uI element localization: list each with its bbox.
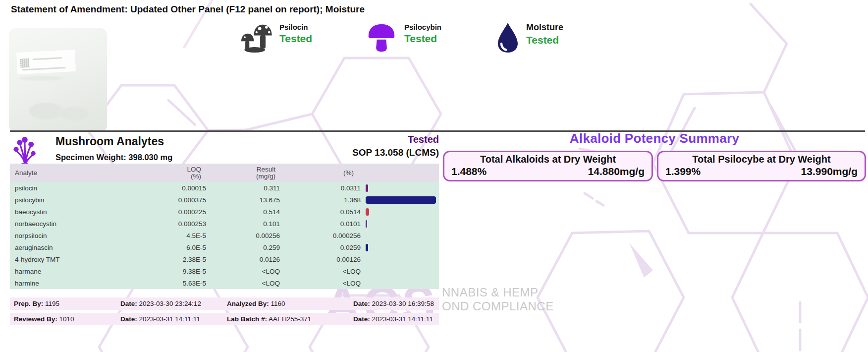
mushroom-cluster-icon xyxy=(12,135,37,166)
badge-moisture: Moisture Tested xyxy=(495,22,563,54)
badge-status: Tested xyxy=(526,35,563,46)
table-row: baeocystin 0.000225 0.514 0.0514 xyxy=(10,206,439,218)
total-alkaloids-box: Total Alkaloids at Dry Weight 1.488% 14.… xyxy=(443,151,653,181)
prep-date: Date: 2023-03-30 23:24:12 xyxy=(116,300,223,307)
watermark-text-line2: OND COMPLIANCE xyxy=(442,299,554,313)
review-date2: Date: 2023-03-31 14:11:11 xyxy=(349,315,439,323)
lab-report-page: ACS NNABIS & HEMP OND COMPLIANCE Stateme… xyxy=(0,0,868,352)
specimen-weight: Specimen Weight: 398.030 mg xyxy=(55,153,172,162)
badge-label: Psilocin xyxy=(279,23,312,31)
badge-label: Moisture xyxy=(526,22,563,33)
footer-row-review: Reviewed By: 1010 Date: 2023-03-31 14:11… xyxy=(10,313,439,325)
badge-psilocybin: Psilocybin Tested xyxy=(365,23,441,53)
total-alkaloids-percent: 1.488% xyxy=(451,166,487,177)
water-droplet-icon xyxy=(495,22,520,54)
mushroom-purple-icon xyxy=(365,23,398,53)
result-bar xyxy=(366,196,436,204)
total-psilocybe-box: Total Psilocybe at Dry Weight 1.399% 13.… xyxy=(657,151,866,181)
badge-psilocin: Psilocin Tested xyxy=(238,23,312,53)
summary-title: Alkaloid Potency Summary xyxy=(443,131,866,146)
total-psilocybe-mgg: 13.990mg/g xyxy=(801,166,858,177)
analyzed-date: Date: 2023-03-30 16:39:58 xyxy=(349,300,439,307)
table-row: harmane 9.38E-5 <LOQ <LOQ xyxy=(10,265,439,277)
reviewed-date: Date: 2023-03-31 14:11:11 xyxy=(116,315,223,323)
analyzed-by: Analyzed By: 1160 xyxy=(223,300,349,307)
table-row: norbaeocystin 0.000253 0.101 0.0101 xyxy=(10,218,439,230)
page-title: Statement of Amendment: Updated Other Pa… xyxy=(11,4,365,15)
section-status: Tested xyxy=(277,134,439,145)
summary-box-heading: Total Alkaloids at Dry Weight xyxy=(444,154,651,165)
table-row: aeruginascin 6.0E-5 0.259 0.0259 xyxy=(10,241,439,253)
col-header-loq: LOQ(%) xyxy=(125,166,208,180)
analyte-table: Analyte LOQ(%) Result(mg/g) (%) psilocin… xyxy=(10,164,439,289)
col-header-analyte: Analyte xyxy=(10,169,125,176)
reviewed-by: Reviewed By: 1010 xyxy=(10,315,116,323)
analyte-table-header: Analyte LOQ(%) Result(mg/g) (%) xyxy=(10,164,439,182)
table-row: psilocin 0.00015 0.311 0.0311 xyxy=(10,182,439,194)
footer-row-prep: Prep. By: 1195 Date: 2023-03-30 23:24:12… xyxy=(10,297,439,310)
section-sop: SOP 13.058 (LCMS) xyxy=(277,147,439,158)
sample-photo-label xyxy=(16,50,76,74)
total-alkaloids-mgg: 14.880mg/g xyxy=(588,166,645,177)
badge-status: Tested xyxy=(404,33,441,44)
qr-code-icon xyxy=(20,59,30,68)
badge-status: Tested xyxy=(279,33,312,44)
mushroom-dark-icon xyxy=(238,23,273,53)
col-header-percent: (%) xyxy=(281,170,362,176)
result-bar xyxy=(366,220,367,228)
table-row: psilocybin 0.000375 13.675 1.368 xyxy=(10,194,439,206)
total-psilocybe-percent: 1.399% xyxy=(665,166,701,177)
result-bar xyxy=(366,244,368,251)
summary-box-heading: Total Psilocybe at Dry Weight xyxy=(658,154,865,165)
prep-by: Prep. By: 1195 xyxy=(10,300,116,307)
table-row: harmine 5.63E-5 <LOQ <LOQ xyxy=(10,277,439,289)
result-bar xyxy=(366,184,368,192)
section-title: Mushroom Analytes xyxy=(55,135,164,148)
lab-batch: Lab Batch #: AAEH255-371 xyxy=(223,315,349,323)
sample-photo xyxy=(9,28,107,132)
badge-label: Psilocybin xyxy=(404,23,441,31)
result-bar xyxy=(366,208,369,216)
table-row: norpsilocin 4.5E-5 0.00256 0.000256 xyxy=(10,230,439,241)
col-header-result: Result(mg/g) xyxy=(208,166,281,180)
watermark-text-line1: NNABIS & HEMP xyxy=(442,286,539,299)
table-row: 4-hydroxy TMT 2.38E-5 0.0126 0.00126 xyxy=(10,253,439,265)
